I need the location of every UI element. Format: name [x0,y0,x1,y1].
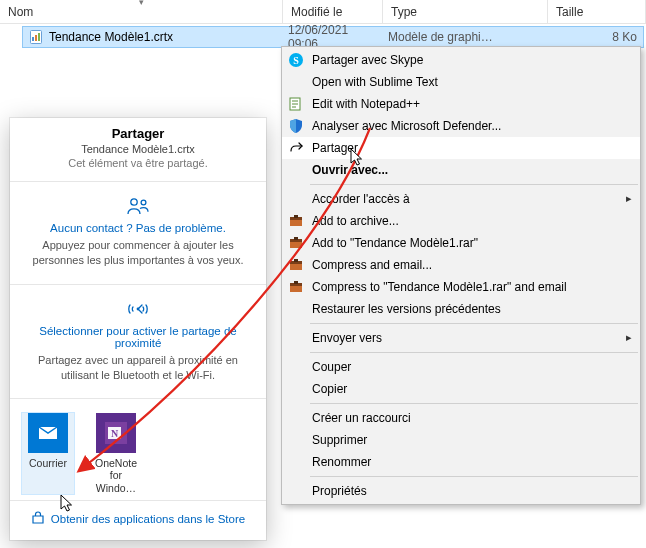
menu-item-sublime[interactable]: Open with Sublime Text [282,71,640,93]
column-label: Type [391,5,417,19]
svg-rect-17 [294,215,298,218]
share-header: Partager Tendance Modèle1.crtx Cet éléme… [10,118,266,181]
svg-rect-23 [294,259,298,262]
column-header-name[interactable]: Nom ▾ [0,0,283,23]
share-nearby-title: Sélectionner pour activer le partage de … [28,325,248,349]
menu-label: Renommer [312,455,371,469]
column-label: Modifié le [291,5,342,19]
notepadpp-icon [287,95,305,113]
column-header-size[interactable]: Taille [548,0,646,23]
submenu-arrow-icon: ▸ [626,192,632,205]
menu-label: Couper [312,360,351,374]
nearby-share-icon [28,299,248,319]
share-store-label: Obtenir des applications dans le Store [51,513,245,525]
svg-point-4 [131,199,137,205]
file-type: Modèle de graphi… [382,30,547,44]
skype-icon: S [287,51,305,69]
menu-item-partager[interactable]: Partager [282,137,640,159]
app-tile-mail[interactable]: Courrier [22,413,74,493]
store-icon [31,511,45,527]
menu-item-copier[interactable]: Copier [282,378,640,400]
menu-item-compress-email[interactable]: Compress and email... [282,254,640,276]
menu-label: Accorder l'accès à [312,192,410,206]
menu-separator [310,352,638,353]
menu-item-envoyer-vers[interactable]: Envoyer vers ▸ [282,327,640,349]
app-label: Courrier [22,457,74,469]
menu-item-raccourci[interactable]: Créer un raccourci [282,407,640,429]
menu-item-defender[interactable]: Analyser avec Microsoft Defender... [282,115,640,137]
file-size: 8 Ko [547,30,643,44]
menu-label: Add to archive... [312,214,399,228]
share-contacts-body: Appuyez pour commencer à ajouter les per… [28,238,248,268]
svg-rect-2 [35,35,37,41]
menu-item-add-archive[interactable]: Add to archive... [282,210,640,232]
menu-item-restaurer[interactable]: Restaurer les versions précédentes [282,298,640,320]
menu-label: Partager avec Skype [312,53,423,67]
svg-rect-20 [294,237,298,240]
menu-label: Add to "Tendance Modèle1.rar" [312,236,478,250]
menu-separator [310,403,638,404]
column-header-row: Nom ▾ Modifié le Type Taille [0,0,646,24]
share-store-link[interactable]: Obtenir des applications dans le Store [10,500,266,537]
menu-label: Partager [312,141,358,155]
menu-separator [310,184,638,185]
menu-item-skype[interactable]: S Partager avec Skype [282,49,640,71]
context-menu: S Partager avec Skype Open with Sublime … [281,46,641,505]
menu-separator [310,323,638,324]
defender-icon [287,117,305,135]
menu-item-supprimer[interactable]: Supprimer [282,429,640,451]
menu-item-notepadpp[interactable]: Edit with Notepad++ [282,93,640,115]
share-apps-row: Courrier N OneNote for Windo… [10,398,266,499]
app-label: OneNote for Windo… [90,457,142,493]
menu-label: Propriétés [312,484,367,498]
app-tile-onenote[interactable]: N OneNote for Windo… [90,413,142,493]
menu-item-proprietes[interactable]: Propriétés [282,480,640,502]
file-row[interactable]: Tendance Modèle1.crtx 12/06/2021 09:06 M… [22,26,644,48]
sort-caret-icon: ▾ [139,0,144,7]
column-label: Nom [8,5,33,19]
menu-label: Créer un raccourci [312,411,411,425]
share-nearby-section[interactable]: Sélectionner pour activer le partage de … [10,284,266,399]
menu-item-add-rar[interactable]: Add to "Tendance Modèle1.rar" [282,232,640,254]
menu-label: Restaurer les versions précédentes [312,302,501,316]
share-icon [287,139,305,157]
share-subtitle: Cet élément va être partagé. [26,157,250,169]
winrar-icon [287,256,305,274]
svg-text:N: N [111,428,119,439]
people-icon [28,196,248,216]
menu-label: Ouvrir avec... [312,163,388,177]
svg-rect-3 [38,33,40,41]
svg-point-5 [141,200,146,205]
menu-item-ouvrir-avec[interactable]: Ouvrir avec... [282,159,640,181]
winrar-icon [287,234,305,252]
menu-item-couper[interactable]: Couper [282,356,640,378]
onenote-icon: N [96,413,136,453]
column-header-type[interactable]: Type [383,0,548,23]
svg-text:S: S [293,55,299,66]
svg-rect-1 [32,37,34,41]
winrar-icon [287,278,305,296]
menu-label: Edit with Notepad++ [312,97,420,111]
menu-label: Envoyer vers [312,331,382,345]
file-icon [29,29,45,45]
column-header-modified[interactable]: Modifié le [283,0,383,23]
menu-label: Open with Sublime Text [312,75,438,89]
menu-label: Copier [312,382,347,396]
menu-label: Compress to "Tendance Modèle1.rar" and e… [312,280,567,294]
winrar-icon [287,212,305,230]
share-title: Partager [26,126,250,141]
menu-item-accorder[interactable]: Accorder l'accès à ▸ [282,188,640,210]
menu-label: Analyser avec Microsoft Defender... [312,119,501,133]
menu-label: Supprimer [312,433,367,447]
share-panel: Partager Tendance Modèle1.crtx Cet éléme… [10,118,266,540]
share-contacts-section[interactable]: Aucun contact ? Pas de problème. Appuyez… [10,181,266,284]
svg-rect-26 [294,281,298,284]
menu-item-renommer[interactable]: Renommer [282,451,640,473]
file-name: Tendance Modèle1.crtx [49,30,173,44]
submenu-arrow-icon: ▸ [626,331,632,344]
share-contacts-title: Aucun contact ? Pas de problème. [28,222,248,234]
mail-icon [28,413,68,453]
menu-separator [310,476,638,477]
menu-label: Compress and email... [312,258,432,272]
menu-item-compress-rar-email[interactable]: Compress to "Tendance Modèle1.rar" and e… [282,276,640,298]
